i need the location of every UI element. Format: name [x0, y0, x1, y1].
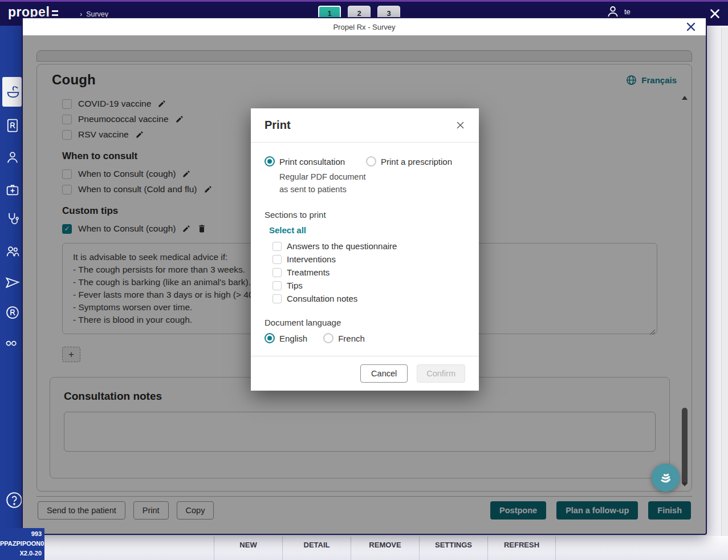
people-icon[interactable] — [5, 243, 21, 259]
stethoscope-icon[interactable] — [5, 210, 21, 226]
patient-icon[interactable] — [5, 149, 21, 165]
section-option-label: Tips — [287, 281, 303, 290]
print-prescription-label: Print a prescription — [381, 157, 452, 167]
print-modal-title: Print — [265, 119, 291, 132]
english-option[interactable]: English — [265, 333, 307, 343]
tips-checkbox[interactable] — [273, 281, 282, 290]
section-option-label: Consultation notes — [287, 294, 357, 303]
print-modal-footer: Cancel Confirm — [251, 356, 479, 391]
interventions-checkbox[interactable] — [273, 255, 282, 264]
app-close-icon[interactable] — [709, 8, 721, 19]
section-option: Interventions — [273, 254, 465, 264]
user-icon — [606, 5, 620, 18]
print-prescription-radio[interactable] — [366, 156, 376, 167]
station-id: PPAZPIPOON0: — [0, 539, 42, 549]
app-sidebar — [0, 26, 22, 560]
remove-button[interactable]: REMOVE — [351, 537, 419, 560]
english-radio[interactable] — [265, 333, 275, 343]
treatments-checkbox[interactable] — [273, 268, 282, 277]
links-icon[interactable] — [5, 338, 21, 348]
section-option: Answers to the questionnaire — [273, 241, 465, 251]
survey-dialog-titlebar: Propel Rx - Survey — [23, 18, 706, 35]
document-language-label: Document language — [265, 318, 465, 327]
send-icon[interactable] — [5, 275, 21, 291]
refresh-button[interactable]: REFRESH — [487, 537, 556, 560]
detail-button[interactable]: DETAIL — [282, 537, 351, 560]
station-number: 993 — [0, 529, 42, 539]
answers-checkbox[interactable] — [273, 242, 282, 251]
section-option: Consultation notes — [273, 294, 465, 303]
app-bottom-bar: NEW DETAIL REMOVE SETTINGS REFRESH — [44, 536, 728, 560]
user-label: te — [624, 7, 631, 16]
section-option-label: Interventions — [287, 254, 336, 264]
settings-button[interactable]: SETTINGS — [419, 537, 487, 560]
app-version: X2.0-20 — [0, 549, 42, 558]
print-modal-header: Print — [251, 108, 479, 143]
print-type-group: Print consultation Regular PDF document … — [265, 156, 465, 196]
sections-to-print-label: Sections to print — [265, 210, 465, 220]
section-option: Tips — [273, 281, 465, 290]
english-label: English — [279, 334, 307, 343]
print-consultation-radio[interactable] — [265, 156, 275, 167]
cancel-button[interactable]: Cancel — [360, 364, 408, 383]
print-consultation-label: Print consultation — [279, 157, 345, 167]
confirm-button[interactable]: Confirm — [417, 364, 465, 383]
rx-document-icon[interactable] — [5, 117, 21, 133]
survey-dialog-close-icon[interactable] — [685, 21, 697, 33]
print-modal: Print Print consultation Regular PDF doc… — [251, 108, 479, 391]
document-language-group: English French — [265, 333, 465, 343]
background-page-scrollbar[interactable] — [721, 27, 728, 536]
consultation-notes-checkbox[interactable] — [273, 294, 282, 303]
new-button[interactable]: NEW — [214, 537, 282, 560]
pharmacy-icon[interactable] — [5, 84, 21, 100]
section-option: Treatments — [273, 267, 465, 277]
print-modal-body: Print consultation Regular PDF document … — [251, 143, 479, 356]
print-modal-close-icon[interactable] — [455, 120, 465, 130]
french-radio[interactable] — [323, 333, 334, 343]
help-icon[interactable] — [5, 490, 22, 510]
user-chip[interactable]: te — [606, 5, 631, 18]
french-option[interactable]: French — [323, 333, 365, 343]
survey-dialog-title: Propel Rx - Survey — [333, 23, 395, 31]
french-label: French — [338, 334, 365, 343]
medkit-icon[interactable] — [5, 181, 21, 197]
select-all-link[interactable]: Select all — [269, 225, 465, 235]
sidebar-version-block: 993 PPAZPIPOON0: X2.0-20 — [0, 528, 44, 560]
propel-assistant-fab[interactable] — [652, 464, 680, 492]
rx-badge-icon[interactable] — [5, 305, 21, 320]
section-option-label: Treatments — [287, 267, 330, 277]
print-consultation-caption: Regular PDF document as sent to patients — [279, 171, 366, 196]
propel-logo-icon — [658, 470, 674, 486]
section-option-label: Answers to the questionnaire — [287, 241, 397, 251]
print-prescription-option[interactable]: Print a prescription — [366, 156, 452, 167]
bottom-bar-spacer — [44, 537, 214, 560]
print-consultation-option[interactable]: Print consultation — [265, 156, 366, 167]
app-logo-mark-icon — [52, 10, 58, 17]
